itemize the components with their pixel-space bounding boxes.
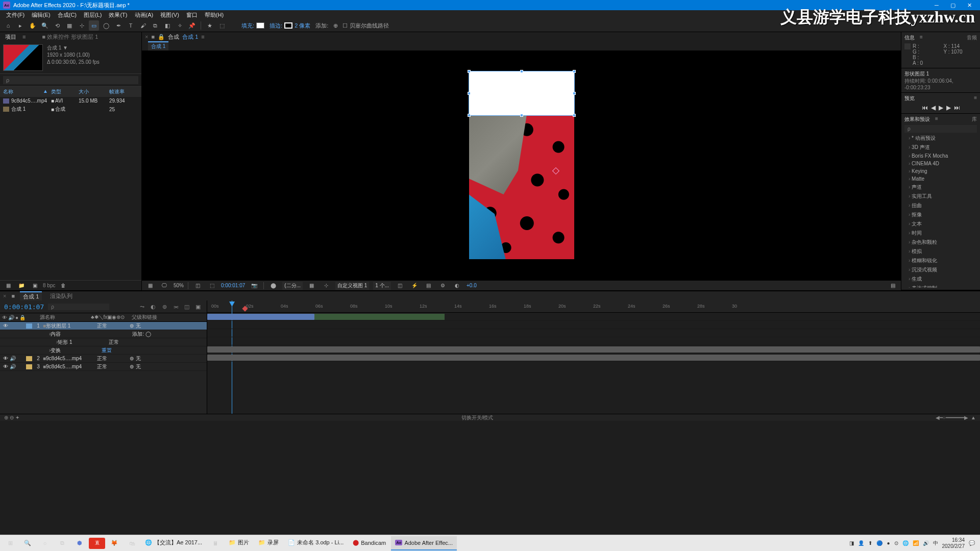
tray-icon[interactable]: 👤 — [858, 540, 864, 546]
close-button[interactable]: ✕ — [962, 1, 977, 10]
col-solo-icon[interactable]: ● — [15, 315, 18, 320]
add-menu-icon[interactable]: ⊕ — [330, 20, 340, 31]
task-view-icon[interactable]: ⧉ — [54, 536, 70, 550]
tab-library[interactable]: 库 — [972, 116, 977, 123]
taskbar-app[interactable]: 🌐【交流】Ae 2017... — [141, 536, 206, 550]
timeline-layer-row[interactable]: › 变换重置 — [0, 346, 207, 355]
shape-layer-rect[interactable] — [469, 71, 574, 115]
tray-volume-icon[interactable]: 🔊 — [923, 540, 929, 546]
menu-file[interactable]: 文件(F) — [3, 10, 28, 20]
frame-blend-icon[interactable]: ◐ — [149, 302, 158, 311]
timeline-layer-row[interactable]: › 内容添加: ◯ — [0, 330, 207, 338]
tab-project[interactable]: 项目 — [3, 32, 18, 42]
timeline-tracks[interactable]: 00s02s04s06s08s10s12s14s16s18s20s22s24s2… — [207, 300, 980, 414]
tab-render-queue[interactable]: 渲染队列 — [47, 292, 76, 300]
resize-handle[interactable] — [468, 114, 471, 117]
project-row[interactable]: 9c8d4c5….mp4 ■ AVI 15.0 MB 29.934 — [0, 97, 141, 105]
grid-icon[interactable]: ▦ — [307, 281, 317, 291]
clip-video-layer[interactable] — [207, 355, 980, 361]
layer-mode[interactable]: 正常 — [97, 322, 128, 330]
clone-tool-icon[interactable]: ⧉ — [150, 20, 160, 31]
timeline-layer-row[interactable]: › 矩形 1正常 — [0, 338, 207, 346]
maximize-button[interactable]: ▢ — [945, 1, 961, 10]
magnification-icon[interactable]: ▦ — [145, 281, 155, 291]
effect-category[interactable]: Boris FX Mocha — [904, 152, 977, 160]
tray-icon[interactable]: 🔵 — [876, 540, 883, 546]
tab-effects-presets[interactable]: 效果和预设 — [904, 116, 930, 123]
minimize-button[interactable]: ─ — [929, 1, 944, 10]
rectangle-tool-icon[interactable]: ▭ — [89, 20, 99, 31]
col-framerate[interactable]: 帧速率 — [109, 88, 130, 95]
channel-icon[interactable]: ⬤ — [268, 281, 278, 291]
resolution-icon[interactable]: ◫ — [192, 281, 203, 291]
resize-handle[interactable] — [468, 92, 471, 95]
tray-icon[interactable]: ⬆ — [868, 540, 872, 546]
roto-tool-icon[interactable]: ✧ — [175, 20, 185, 31]
zoom-tool-icon[interactable]: 🔍 — [40, 20, 50, 31]
tab-effect-controls[interactable]: ■ 效果控件 形状图层 1 — [40, 32, 100, 42]
audio-toggle[interactable]: 🔊 — [9, 364, 16, 369]
menu-help[interactable]: 帮助(H) — [202, 10, 227, 20]
timeline-layer-row[interactable]: 👁🔊3■ 9c8d4c5….mp4正常⊚无 — [0, 363, 207, 371]
interpret-footage-icon[interactable]: ▦ — [3, 281, 13, 291]
tab-timeline-comp[interactable]: 合成 1 — [20, 291, 42, 301]
firefox-icon[interactable]: 🦊 — [106, 536, 122, 550]
effects-search-input[interactable] — [904, 125, 977, 133]
layer-parent[interactable]: 无 — [136, 322, 156, 330]
menu-window[interactable]: 窗口 — [183, 10, 201, 20]
motion-blur-icon[interactable]: ⊚ — [160, 302, 169, 311]
visibility-toggle[interactable]: 👁 — [2, 364, 9, 369]
timeline-zoom-slider[interactable]: ◀━○━━━━━━▶ ▲ — [936, 415, 976, 420]
tab-preview[interactable]: 预览 — [904, 95, 915, 102]
col-size[interactable]: 大小 — [79, 88, 109, 95]
first-frame-icon[interactable]: ⏮ — [922, 104, 928, 111]
tab-info[interactable]: 信息 — [904, 34, 915, 41]
search-icon[interactable]: 🔍 — [19, 536, 36, 550]
effect-category[interactable]: 模糊和锐化 — [904, 256, 977, 265]
star-tool-icon[interactable]: ★ — [205, 20, 215, 31]
home-tool-icon[interactable]: ⌂ — [3, 20, 13, 31]
col-name[interactable]: 名称 — [3, 88, 43, 95]
effect-category[interactable]: 扭曲 — [904, 201, 977, 210]
effect-category[interactable]: 声道 — [904, 183, 977, 192]
last-frame-icon[interactable]: ⏭ — [954, 104, 960, 111]
new-folder-icon[interactable]: 📁 — [16, 281, 27, 291]
lock-icon[interactable]: 🔒 — [158, 34, 165, 40]
tray-clock[interactable]: 16:34 2020/2/27 — [942, 537, 965, 549]
toggle-switches-icon[interactable]: ⊕ ⊖ ✦ — [4, 415, 19, 420]
timeline-search-input[interactable] — [48, 304, 109, 310]
layer-mode[interactable]: 重置 — [102, 347, 132, 354]
layer-mode[interactable]: 正常 — [97, 363, 128, 370]
panel-grip-icon[interactable]: × — [3, 293, 6, 299]
effect-category[interactable]: * 动画预设 — [904, 134, 977, 143]
col-audio-icon[interactable]: 🔊 — [8, 315, 14, 320]
bezier-checkbox[interactable]: ☐ — [342, 22, 348, 29]
menu-composition[interactable]: 合成(C) — [55, 10, 80, 20]
audio-toggle[interactable]: 🔊 — [9, 356, 16, 361]
bpc-toggle[interactable]: 8 bpc — [43, 283, 55, 288]
selection-tool-icon[interactable]: ▸ — [15, 20, 26, 31]
layer-mode[interactable]: 正常 — [97, 355, 128, 362]
next-frame-icon[interactable]: ▶ — [946, 104, 951, 111]
effect-category[interactable]: 抠像 — [904, 210, 977, 219]
puppet-tool-icon[interactable]: 📌 — [187, 20, 197, 31]
snapshot-icon[interactable]: 📷 — [249, 281, 259, 291]
ellipse-tool-icon[interactable]: ◯ — [101, 20, 111, 31]
effect-category[interactable]: 时间 — [904, 229, 977, 238]
play-icon[interactable]: ▶ — [939, 104, 943, 111]
col-visibility-icon[interactable]: 👁 — [2, 315, 7, 320]
tray-icon[interactable]: 🌐 — [902, 540, 909, 546]
resize-handle[interactable] — [468, 70, 471, 73]
tray-notifications-icon[interactable]: 💬 — [969, 540, 975, 546]
layer-parent[interactable]: 添加: ◯ — [132, 331, 153, 338]
comp-tab-active[interactable]: 合成 1 — [148, 41, 168, 51]
visibility-toggle[interactable]: 👁 — [2, 323, 9, 329]
tray-icon[interactable]: ⊙ — [894, 540, 898, 546]
menu-view[interactable]: 视图(V) — [157, 10, 182, 20]
tray-icon[interactable]: ◨ — [849, 540, 854, 546]
timeline-icon[interactable]: ▤ — [424, 281, 434, 291]
current-time[interactable]: 0:00:01:07 — [221, 283, 245, 288]
col-type[interactable]: 类型 — [51, 88, 79, 95]
hand-tool-icon[interactable]: ✋ — [28, 20, 38, 31]
col-source-name[interactable]: 源名称 — [40, 314, 91, 321]
